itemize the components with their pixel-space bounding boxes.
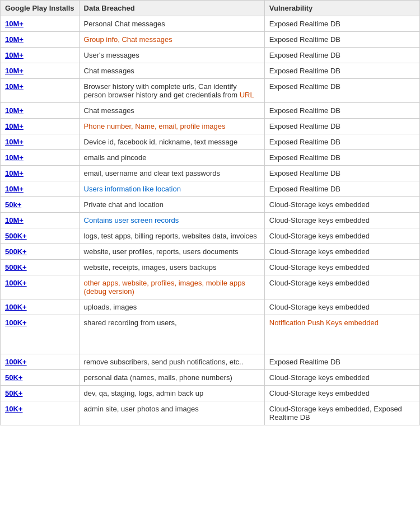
installs-link[interactable]: 500K+ xyxy=(5,232,27,240)
cell-installs: 50K+ xyxy=(1,386,80,401)
data-text: uploads, images xyxy=(79,299,264,315)
installs-link[interactable]: 10M+ xyxy=(5,35,24,44)
table-row: 10M+Group info, Chat messagesExposed Rea… xyxy=(1,32,420,48)
installs-link[interactable]: 100K+ xyxy=(5,358,27,366)
table-row: 500K+website, user profiles, reports, us… xyxy=(1,244,420,260)
table-row: 10K+admin site, user photos and imagesCl… xyxy=(1,401,420,425)
table-row: 500K+website, receipts, images, users ba… xyxy=(1,260,420,275)
table-row: 10M+Device id, facebook id, nickname, te… xyxy=(1,134,420,150)
table-row: 100K+uploads, imagesCloud-Storage keys e… xyxy=(1,299,420,315)
installs-link[interactable]: 10M+ xyxy=(5,20,24,28)
installs-link[interactable]: 10M+ xyxy=(5,153,24,162)
installs-link[interactable]: 50k+ xyxy=(5,200,21,209)
data-text-part: URL xyxy=(240,91,254,99)
data-text: logs, test apps, billing reports, websit… xyxy=(79,228,264,244)
table-row: 50k+Private chat and locationCloud-Stora… xyxy=(1,197,420,213)
table-row: 100K+remove subscribers, send push notif… xyxy=(1,354,420,370)
cell-installs: 500K+ xyxy=(1,260,80,275)
installs-link[interactable]: 100K+ xyxy=(5,303,27,311)
cell-installs: 10M+ xyxy=(1,213,80,228)
data-text: email, username and clear text passwords xyxy=(79,166,264,181)
vuln-text: Exposed Realtime DB xyxy=(264,354,419,370)
cell-installs: 500K+ xyxy=(1,244,80,260)
installs-link[interactable]: 500K+ xyxy=(5,263,27,271)
table-row: 10M+Phone number, Name, email, profile i… xyxy=(1,119,420,134)
data-text: Device id, facebook id, nickname, text m… xyxy=(79,134,264,150)
vuln-text: Cloud-Storage keys embedded xyxy=(264,260,419,275)
data-text: shared recording from users, xyxy=(79,315,264,354)
installs-link[interactable]: 10M+ xyxy=(5,82,24,91)
cell-data-breached: Contains user screen records xyxy=(79,213,264,228)
vuln-text: Cloud-Storage keys embedded xyxy=(264,275,419,299)
table-row: 10M+Browser history with complete urls, … xyxy=(1,79,420,103)
data-text: Phone number, Name, email, profile image… xyxy=(84,122,226,130)
cell-data-breached: Browser history with complete urls, Can … xyxy=(79,79,264,103)
installs-link[interactable]: 100K+ xyxy=(5,318,27,327)
cell-installs: 100K+ xyxy=(1,299,80,315)
installs-link[interactable]: 10K+ xyxy=(5,405,22,413)
installs-link[interactable]: 10M+ xyxy=(5,67,24,75)
data-text: website, user profiles, reports, users d… xyxy=(79,244,264,260)
vuln-text: Cloud-Storage keys embedded xyxy=(264,386,419,401)
cell-installs: 10M+ xyxy=(1,103,80,119)
data-text: Users information like location xyxy=(84,185,181,193)
installs-link[interactable]: 10M+ xyxy=(5,185,24,193)
vuln-text: Exposed Realtime DB xyxy=(264,32,419,48)
cell-installs: 10M+ xyxy=(1,181,80,197)
table-row: 10M+Users information like locationExpos… xyxy=(1,181,420,197)
data-text: Contains user screen records xyxy=(84,216,179,224)
data-text: User's messages xyxy=(79,48,264,63)
installs-link[interactable]: 10M+ xyxy=(5,138,24,146)
installs-link[interactable]: 50K+ xyxy=(5,373,22,382)
vuln-text: Cloud-Storage keys embedded, Exposed Rea… xyxy=(264,401,419,425)
table-row: 10M+Contains user screen recordsCloud-St… xyxy=(1,213,420,228)
vuln-text: Exposed Realtime DB xyxy=(264,48,419,63)
installs-link[interactable]: 10M+ xyxy=(5,122,24,130)
data-text-part: Browser history with complete urls, Can … xyxy=(84,82,240,99)
cell-installs: 10M+ xyxy=(1,134,80,150)
cell-vulnerability: Notification Push Keys embedded xyxy=(264,315,419,354)
installs-link[interactable]: 10M+ xyxy=(5,51,24,59)
cell-installs: 100K+ xyxy=(1,354,80,370)
table-row: 50K+personal data (names, mails, phone n… xyxy=(1,370,420,386)
table-row: 10M+emails and pincodeExposed Realtime D… xyxy=(1,150,420,166)
data-text: remove subscribers, send push notificati… xyxy=(79,354,264,370)
installs-link[interactable]: 10M+ xyxy=(5,106,24,115)
vuln-text: Notification Push Keys embedded xyxy=(269,318,379,327)
table-row: 100K+other apps, website, profiles, imag… xyxy=(1,275,420,299)
installs-link[interactable]: 500K+ xyxy=(5,247,27,256)
data-text: other apps, website, profiles, images, m… xyxy=(84,279,245,296)
vuln-text: Exposed Realtime DB xyxy=(264,79,419,103)
cell-installs: 50K+ xyxy=(1,370,80,386)
cell-installs: 10M+ xyxy=(1,16,80,32)
cell-installs: 10M+ xyxy=(1,48,80,63)
cell-installs: 10M+ xyxy=(1,32,80,48)
header-vuln: Vulnerability xyxy=(264,1,419,16)
table-row: 10M+User's messagesExposed Realtime DB xyxy=(1,48,420,63)
vuln-text: Cloud-Storage keys embedded xyxy=(264,370,419,386)
data-text: Private chat and location xyxy=(79,197,264,213)
installs-link[interactable]: 50K+ xyxy=(5,389,22,397)
vuln-text: Cloud-Storage keys embedded xyxy=(264,213,419,228)
installs-link[interactable]: 100K+ xyxy=(5,279,27,287)
cell-data-breached: Group info, Chat messages xyxy=(79,32,264,48)
data-text: personal data (names, mails, phone numbe… xyxy=(79,370,264,386)
cell-installs: 500K+ xyxy=(1,228,80,244)
cell-installs: 100K+ xyxy=(1,315,80,354)
table-row: 10M+Personal Chat messagesExposed Realti… xyxy=(1,16,420,32)
vuln-text: Exposed Realtime DB xyxy=(264,119,419,134)
table-row: 10M+Chat messagesExposed Realtime DB xyxy=(1,63,420,79)
installs-link[interactable]: 10M+ xyxy=(5,169,24,177)
data-breach-table: Google Play Installs Data Breached Vulne… xyxy=(0,0,420,425)
vuln-text: Exposed Realtime DB xyxy=(264,63,419,79)
table-row: 10M+Chat messagesExposed Realtime DB xyxy=(1,103,420,119)
vuln-text: Exposed Realtime DB xyxy=(264,181,419,197)
cell-data-breached: other apps, website, profiles, images, m… xyxy=(79,275,264,299)
cell-installs: 10M+ xyxy=(1,79,80,103)
vuln-text: Cloud-Storage keys embedded xyxy=(264,228,419,244)
vuln-text: Cloud-Storage keys embedded xyxy=(264,244,419,260)
cell-installs: 10K+ xyxy=(1,401,80,425)
installs-link[interactable]: 10M+ xyxy=(5,216,24,224)
data-text: admin site, user photos and images xyxy=(79,401,264,425)
vuln-text: Exposed Realtime DB xyxy=(264,16,419,32)
